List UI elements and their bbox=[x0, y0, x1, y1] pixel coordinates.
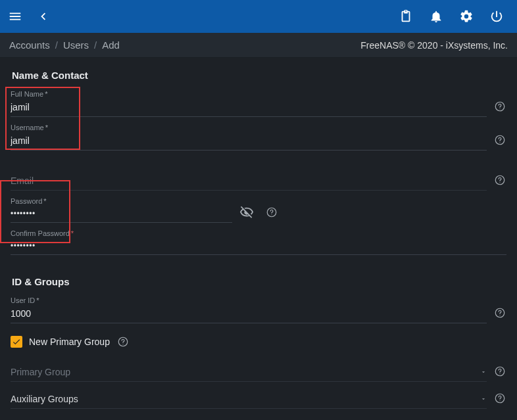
field-row-auxiliary-groups: Auxiliary Groups bbox=[11, 388, 506, 409]
field-row-primary-group: Primary Group bbox=[11, 362, 506, 382]
breadcrumb-accounts[interactable]: Accounts bbox=[9, 39, 50, 51]
breadcrumb-separator: / bbox=[94, 39, 97, 51]
new-primary-group-label: New Primary Group bbox=[29, 337, 110, 347]
password-input[interactable] bbox=[11, 206, 232, 223]
help-icon[interactable] bbox=[493, 174, 506, 187]
field-user-id: User ID* bbox=[11, 296, 487, 323]
email-label[interactable]: Email bbox=[11, 170, 487, 191]
field-row-confirm-password: Confirm Password* bbox=[11, 229, 506, 255]
field-row-full-name: Full Name* bbox=[11, 90, 506, 117]
full-name-label: Full Name* bbox=[11, 90, 487, 98]
section-title-name-contact: Name & Contact bbox=[12, 70, 506, 81]
field-row-password: Password* bbox=[11, 197, 506, 223]
svg-point-9 bbox=[499, 315, 500, 315]
chevron-down-icon bbox=[480, 394, 487, 404]
username-label: Username* bbox=[11, 124, 487, 131]
field-primary-group: Primary Group bbox=[11, 362, 487, 382]
back-icon[interactable] bbox=[36, 9, 50, 24]
field-row-email: Email bbox=[11, 170, 506, 191]
field-row-username: Username* bbox=[11, 124, 506, 151]
topbar-left bbox=[8, 9, 50, 24]
help-icon[interactable] bbox=[493, 133, 506, 147]
field-auxiliary-groups: Auxiliary Groups bbox=[11, 388, 487, 409]
help-icon[interactable] bbox=[493, 365, 506, 378]
field-password: Password* bbox=[11, 197, 232, 223]
breadcrumb: Accounts / Users / Add bbox=[9, 39, 120, 51]
username-input[interactable] bbox=[11, 133, 487, 151]
menu-icon[interactable] bbox=[8, 9, 22, 24]
confirm-password-label: Confirm Password* bbox=[11, 229, 506, 237]
field-username: Username* bbox=[11, 124, 487, 151]
svg-point-3 bbox=[499, 142, 500, 143]
clipboard-icon[interactable] bbox=[399, 9, 413, 24]
primary-group-select[interactable]: Primary Group bbox=[11, 362, 487, 382]
field-email: Email bbox=[11, 170, 487, 191]
auxiliary-groups-select[interactable]: Auxiliary Groups bbox=[11, 388, 487, 409]
user-id-input[interactable] bbox=[11, 306, 487, 323]
user-id-label: User ID* bbox=[11, 296, 487, 304]
power-icon[interactable] bbox=[489, 9, 504, 24]
help-icon[interactable] bbox=[493, 306, 506, 319]
eye-off-icon[interactable] bbox=[239, 204, 255, 220]
chevron-down-icon bbox=[480, 367, 487, 377]
field-row-user-id: User ID* bbox=[11, 296, 506, 323]
field-full-name: Full Name* bbox=[11, 90, 487, 117]
svg-point-1 bbox=[499, 108, 500, 109]
svg-point-7 bbox=[271, 214, 272, 215]
full-name-input[interactable] bbox=[11, 99, 487, 117]
breadcrumb-users[interactable]: Users bbox=[63, 39, 89, 51]
svg-point-5 bbox=[499, 182, 500, 183]
password-label: Password* bbox=[11, 197, 232, 205]
checkbox-row-new-primary-group: New Primary Group bbox=[11, 335, 506, 348]
content-panel[interactable]: Name & Contact Full Name* Username* Emai… bbox=[0, 58, 517, 420]
gear-icon[interactable] bbox=[459, 9, 474, 24]
field-confirm-password: Confirm Password* bbox=[11, 229, 506, 255]
section-title-id-groups: ID & Groups bbox=[12, 276, 506, 287]
svg-point-13 bbox=[499, 373, 500, 374]
copyright-text: FreeNAS® © 2020 - iXsystems, Inc. bbox=[360, 40, 508, 51]
breadcrumb-separator: / bbox=[55, 39, 58, 51]
breadcrumb-add[interactable]: Add bbox=[102, 39, 120, 51]
svg-point-11 bbox=[122, 344, 123, 344]
confirm-password-input[interactable] bbox=[11, 239, 506, 255]
topbar bbox=[0, 0, 517, 33]
breadcrumb-row: Accounts / Users / Add FreeNAS® © 2020 -… bbox=[0, 33, 517, 58]
help-icon[interactable] bbox=[493, 392, 506, 405]
svg-point-15 bbox=[499, 400, 500, 401]
topbar-right bbox=[399, 9, 509, 24]
new-primary-group-checkbox[interactable] bbox=[11, 336, 22, 348]
help-icon[interactable] bbox=[116, 335, 130, 348]
help-icon[interactable] bbox=[265, 206, 278, 219]
help-icon[interactable] bbox=[493, 100, 506, 113]
bell-icon[interactable] bbox=[429, 9, 443, 24]
